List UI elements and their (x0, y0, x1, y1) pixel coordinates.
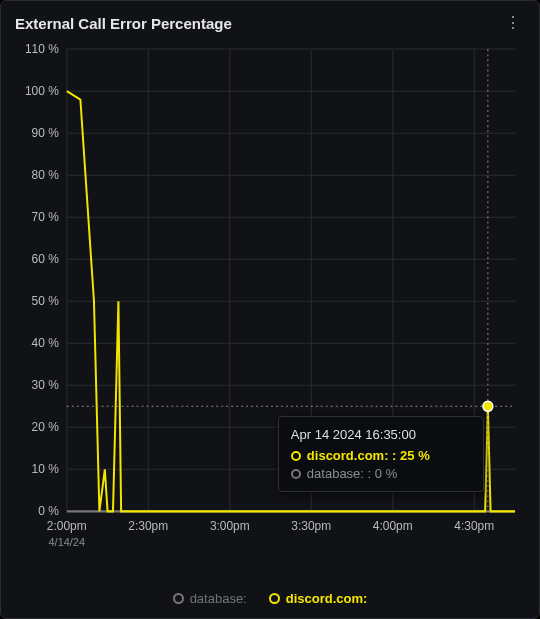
svg-text:0 %: 0 % (38, 504, 59, 518)
chart-area[interactable]: 0 %10 %20 %30 %40 %50 %60 %70 %80 %90 %1… (15, 41, 525, 558)
svg-text:4/14/24: 4/14/24 (49, 536, 86, 548)
panel-title: External Call Error Percentage (15, 15, 232, 32)
legend-item-discord[interactable]: discord.com: (269, 591, 368, 606)
svg-text:40 %: 40 % (32, 336, 60, 350)
svg-text:20 %: 20 % (32, 420, 60, 434)
circle-icon (269, 593, 280, 604)
chart-tooltip: Apr 14 2024 16:35:00 discord.com: : 25 %… (278, 416, 484, 492)
svg-text:30 %: 30 % (32, 378, 60, 392)
tooltip-series-db: database: : (307, 466, 371, 481)
circle-icon (291, 451, 301, 461)
chart-legend: database: discord.com: (1, 591, 539, 606)
tooltip-value-db: 0 % (375, 466, 397, 481)
svg-text:3:30pm: 3:30pm (291, 519, 331, 533)
svg-text:4:00pm: 4:00pm (373, 519, 413, 533)
svg-point-39 (483, 401, 493, 411)
legend-item-database[interactable]: database: (173, 591, 247, 606)
svg-text:100 %: 100 % (25, 84, 59, 98)
svg-text:50 %: 50 % (32, 294, 60, 308)
svg-text:60 %: 60 % (32, 252, 60, 266)
tooltip-timestamp: Apr 14 2024 16:35:00 (291, 427, 471, 442)
panel-header: External Call Error Percentage ⋮ (1, 1, 539, 39)
svg-text:2:30pm: 2:30pm (128, 519, 168, 533)
legend-label-database: database: (190, 591, 247, 606)
panel-menu-icon[interactable]: ⋮ (501, 11, 525, 35)
svg-text:110 %: 110 % (25, 42, 59, 56)
svg-text:70 %: 70 % (32, 210, 60, 224)
svg-text:4:30pm: 4:30pm (454, 519, 494, 533)
svg-text:3:00pm: 3:00pm (210, 519, 250, 533)
circle-icon (173, 593, 184, 604)
circle-icon (291, 469, 301, 479)
chart-panel: External Call Error Percentage ⋮ 0 %10 %… (0, 0, 540, 619)
legend-label-discord: discord.com: (286, 591, 368, 606)
svg-text:10 %: 10 % (32, 462, 60, 476)
tooltip-value-dc: 25 % (400, 448, 430, 463)
svg-text:80 %: 80 % (32, 168, 60, 182)
svg-text:90 %: 90 % (32, 126, 60, 140)
tooltip-series-dc: discord.com: : (307, 448, 397, 463)
svg-text:2:00pm: 2:00pm (47, 519, 87, 533)
